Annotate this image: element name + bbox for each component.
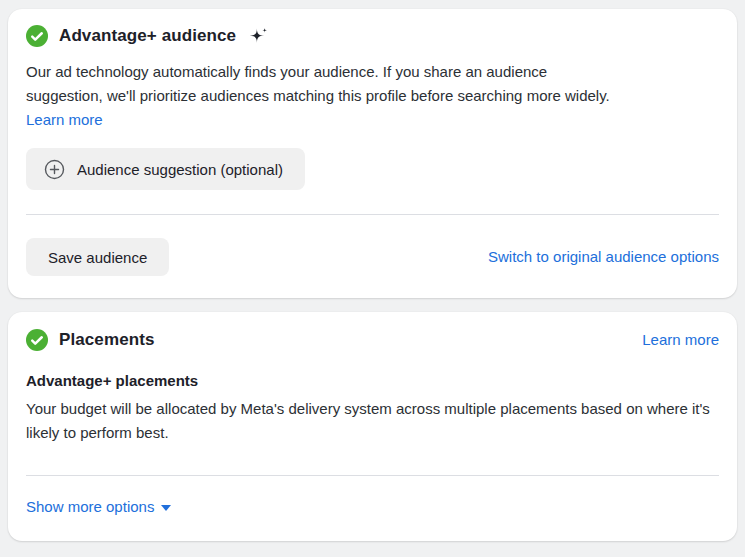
caret-down-icon xyxy=(161,503,171,511)
audience-suggestion-label: Audience suggestion (optional) xyxy=(77,161,283,178)
placements-header: Placements Learn more xyxy=(26,328,719,352)
switch-original-audience-link[interactable]: Switch to original audience options xyxy=(488,245,719,269)
plus-circle-icon xyxy=(44,159,65,180)
ads-manager-panel: Advantage+ audience Our ad technology au… xyxy=(0,0,745,553)
advantage-audience-header: Advantage+ audience xyxy=(26,25,719,47)
divider xyxy=(26,475,719,476)
save-audience-button[interactable]: Save audience xyxy=(26,238,169,276)
description-line: Our ad technology automatically finds yo… xyxy=(26,60,719,84)
advantage-placements-subtitle: Advantage+ placements xyxy=(26,372,719,389)
advantage-audience-title: Advantage+ audience xyxy=(59,26,236,46)
advantage-audience-card: Advantage+ audience Our ad technology au… xyxy=(8,9,737,298)
description-line: Your budget will be allocated by Meta's … xyxy=(26,400,496,417)
placements-learn-more-link[interactable]: Learn more xyxy=(642,328,719,352)
audience-footer: Save audience Switch to original audienc… xyxy=(26,238,719,276)
divider xyxy=(26,214,719,215)
audience-suggestion-button[interactable]: Audience suggestion (optional) xyxy=(26,148,305,190)
placements-title: Placements xyxy=(59,330,155,350)
placements-card: Placements Learn more Advantage+ placeme… xyxy=(8,312,737,541)
sparkle-icon xyxy=(249,27,268,46)
description-line: suggestion, we'll prioritize audiences m… xyxy=(26,84,719,108)
show-more-options-link[interactable]: Show more options xyxy=(26,495,171,519)
placements-description: Your budget will be allocated by Meta's … xyxy=(26,397,719,445)
check-circle-icon xyxy=(26,329,48,351)
advantage-audience-description: Our ad technology automatically finds yo… xyxy=(26,60,719,108)
show-more-options-label: Show more options xyxy=(26,495,154,519)
check-circle-icon xyxy=(26,25,48,47)
audience-learn-more-link[interactable]: Learn more xyxy=(26,108,103,132)
